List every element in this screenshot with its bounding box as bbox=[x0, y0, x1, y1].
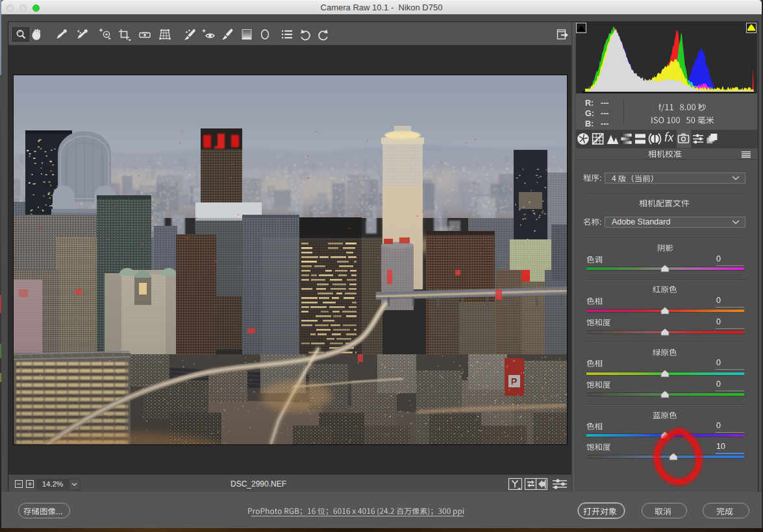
svg-text:14.2%: 14.2% bbox=[42, 480, 64, 488]
svg-text:DSC_2990.NEF: DSC_2990.NEF bbox=[231, 479, 286, 489]
